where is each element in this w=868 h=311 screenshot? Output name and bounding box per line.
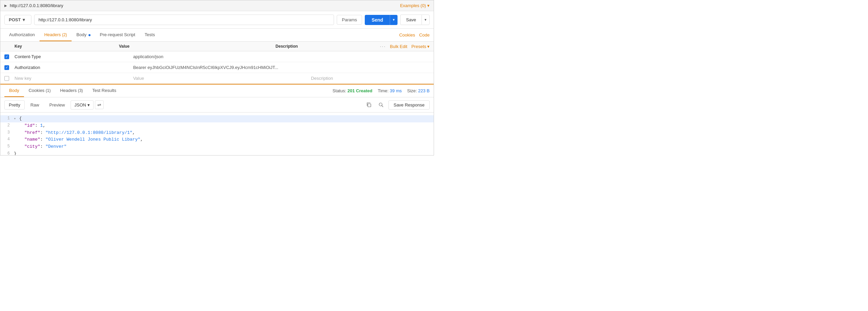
- status-label: Status: 201 Created: [333, 88, 373, 93]
- url-input[interactable]: [34, 15, 334, 25]
- key-column-header: Key: [15, 44, 119, 49]
- tab-response-body[interactable]: Body: [4, 85, 24, 97]
- headers-table: Key Value Description ··· Bulk Edit Pres…: [0, 42, 434, 84]
- code-line-6: 6 }: [0, 150, 434, 156]
- tab-response-headers[interactable]: Headers (3): [55, 85, 87, 97]
- json-format-chevron-icon: ▾: [87, 102, 90, 107]
- checkbox-1[interactable]: [4, 54, 15, 59]
- url-bar-container: ▶ http://127.0.0.1:8080/library Examples…: [0, 0, 434, 11]
- checkbox-input-2[interactable]: [4, 65, 9, 70]
- code-link[interactable]: Code: [419, 32, 430, 38]
- request-tabs-left: Authorization Headers (2) Body Pre-reque…: [4, 29, 160, 41]
- request-row: POST ▾ Params Send ▾ Save ▾: [0, 11, 434, 29]
- code-line-3: 3 "href": "http://127.0.0.1:8080/library…: [0, 129, 434, 137]
- body-dot-indicator: [88, 34, 91, 36]
- tab-headers[interactable]: Headers (2): [40, 29, 72, 41]
- headers-table-header: Key Value Description ··· Bulk Edit Pres…: [0, 42, 434, 51]
- response-status: Status: 201 Created Time: 39 ms Size: 22…: [333, 88, 430, 93]
- table-actions: ··· Bulk Edit Presets ▾: [380, 44, 430, 49]
- examples-link[interactable]: Examples (0) ▾: [400, 3, 430, 8]
- header-value-1[interactable]: application/json: [133, 54, 311, 59]
- response-tabs-row: Body Cookies (1) Headers (3) Test Result…: [0, 85, 434, 97]
- svg-line-2: [382, 106, 383, 107]
- wrap-lines-icon[interactable]: ⇌: [95, 100, 104, 109]
- copy-response-button[interactable]: [364, 100, 374, 110]
- checkbox-input-new[interactable]: [4, 76, 9, 81]
- cookies-link[interactable]: Cookies: [399, 32, 415, 38]
- request-tabs-right: Cookies Code: [399, 32, 430, 38]
- expand-icon[interactable]: ▶: [4, 4, 7, 7]
- header-key-2[interactable]: Authorization: [15, 65, 133, 70]
- tab-authorization[interactable]: Authorization: [4, 29, 40, 41]
- send-button[interactable]: Send: [365, 15, 390, 25]
- code-line-2: 2 "id": 1,: [0, 122, 434, 129]
- more-options-icon[interactable]: ···: [380, 44, 386, 49]
- response-body-toolbar: Pretty Raw Preview JSON ▾ ⇌: [0, 97, 434, 113]
- body-format-raw[interactable]: Raw: [26, 100, 44, 110]
- response-tabs-left: Body Cookies (1) Headers (3) Test Result…: [4, 85, 121, 97]
- tab-body[interactable]: Body: [72, 29, 95, 41]
- header-value-2[interactable]: Bearer eyJhbGciOiJFUzM4NClsInR5cCI6IkpXV…: [133, 65, 311, 70]
- header-row-1: Content-Type application/json: [0, 51, 434, 62]
- header-value-new[interactable]: Value: [133, 76, 311, 81]
- header-key-new[interactable]: New key: [15, 76, 133, 81]
- size-info: Size: 223 B: [407, 88, 430, 93]
- code-line-5: 5 "city": "Denver": [0, 143, 434, 150]
- body-format-preview[interactable]: Preview: [45, 100, 69, 110]
- bulk-edit-link[interactable]: Bulk Edit: [390, 44, 407, 49]
- body-format-pretty[interactable]: Pretty: [4, 100, 25, 110]
- save-response-button[interactable]: Save Response: [388, 100, 430, 110]
- tab-response-cookies[interactable]: Cookies (1): [24, 85, 55, 97]
- code-line-1: 1 ▾ {: [0, 115, 434, 122]
- collapse-arrow-icon[interactable]: ▾: [14, 117, 16, 121]
- chevron-down-icon: ▾: [427, 3, 430, 8]
- send-dropdown-button[interactable]: ▾: [390, 15, 398, 25]
- svg-rect-0: [368, 104, 371, 107]
- method-dropdown-icon: ▾: [23, 17, 25, 22]
- send-button-group: Send ▾: [365, 15, 398, 25]
- header-key-1[interactable]: Content-Type: [15, 54, 133, 59]
- checkbox-input-1[interactable]: [4, 54, 9, 59]
- time-info: Time: 39 ms: [378, 88, 402, 93]
- presets-link[interactable]: Presets ▾: [411, 44, 430, 49]
- tab-tests[interactable]: Tests: [140, 29, 159, 41]
- method-select[interactable]: POST ▾: [4, 15, 31, 25]
- description-column-header: Description: [276, 44, 380, 49]
- response-body-format-tabs: Pretty Raw Preview JSON ▾ ⇌: [4, 100, 104, 110]
- save-button-group: Save ▾: [400, 15, 430, 25]
- code-line-4: 4 "name": "Oliver Wendell Jones Public L…: [0, 136, 434, 143]
- url-bar-left: ▶ http://127.0.0.1:8080/library: [4, 3, 63, 8]
- size-value: 223 B: [418, 88, 430, 93]
- time-value: 39 ms: [390, 88, 402, 93]
- header-desc-new[interactable]: Description: [311, 76, 430, 81]
- header-row-2: Authorization Bearer eyJhbGciOiJFUzM4NCl…: [0, 62, 434, 73]
- search-response-button[interactable]: [376, 100, 386, 110]
- response-body-toolbar-right: Save Response: [364, 100, 430, 110]
- value-column-header: Value: [119, 44, 276, 49]
- status-value: 201 Created: [348, 88, 373, 93]
- method-label: POST: [9, 17, 21, 22]
- request-tabs-row: Authorization Headers (2) Body Pre-reque…: [0, 29, 434, 42]
- response-section: Body Cookies (1) Headers (3) Test Result…: [0, 84, 434, 156]
- tab-test-results[interactable]: Test Results: [87, 85, 121, 97]
- json-response-area: 1 ▾ { 2 "id": 1, 3 "href": "http://127.0…: [0, 113, 434, 156]
- tab-prerequest-script[interactable]: Pre-request Script: [95, 29, 140, 41]
- presets-chevron-icon: ▾: [427, 44, 430, 49]
- header-row-new: New key Value Description: [0, 73, 434, 84]
- checkbox-new: [4, 76, 15, 81]
- params-button[interactable]: Params: [337, 15, 362, 25]
- save-button[interactable]: Save: [400, 15, 422, 25]
- url-bar-title: http://127.0.0.1:8080/library: [10, 3, 63, 8]
- save-dropdown-button[interactable]: ▾: [422, 15, 430, 25]
- checkbox-2[interactable]: [4, 65, 15, 70]
- json-format-select[interactable]: JSON ▾: [71, 100, 94, 110]
